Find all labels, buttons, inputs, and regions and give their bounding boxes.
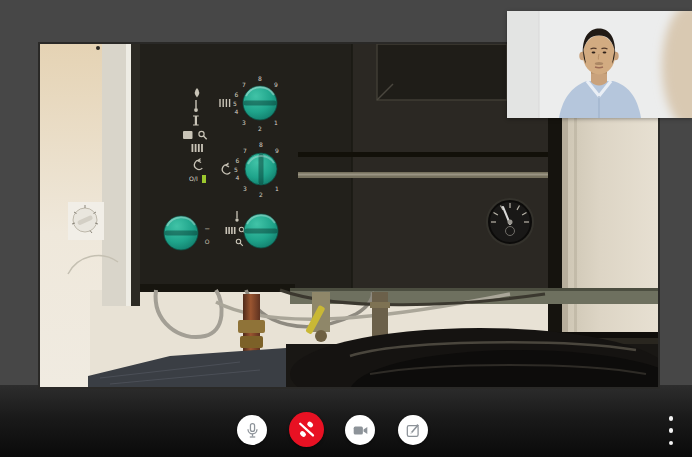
svg-text:4: 4 <box>236 174 240 181</box>
pressure-gauge <box>486 198 534 246</box>
phone-hangup-icon <box>296 419 317 440</box>
svg-text:8: 8 <box>258 75 262 82</box>
kebab-menu-icon <box>669 416 674 421</box>
microphone-icon <box>243 421 262 440</box>
svg-text:1: 1 <box>275 185 279 192</box>
svg-text:4: 4 <box>235 108 239 115</box>
svg-text:9: 9 <box>275 147 279 154</box>
power-label: O/I <box>189 175 198 182</box>
overflow-menu-button[interactable] <box>664 416 678 445</box>
camera-button[interactable] <box>345 415 375 445</box>
svg-text:8: 8 <box>259 141 263 148</box>
svg-text:5: 5 <box>234 166 238 173</box>
video-call-window: O/I 1 2 3 4 <box>0 0 692 457</box>
power-led <box>202 175 206 183</box>
recessed-inset <box>377 44 507 100</box>
edit-compose-icon <box>404 421 423 440</box>
boiler-control-panel <box>140 44 552 290</box>
wall-shade <box>507 11 539 118</box>
svg-text:I: I <box>204 228 211 230</box>
svg-text:2: 2 <box>259 191 263 198</box>
svg-text:6: 6 <box>236 157 240 164</box>
compose-button[interactable] <box>398 415 428 445</box>
self-video-frame <box>507 11 692 118</box>
svg-text:9: 9 <box>274 81 278 88</box>
svg-text:1: 1 <box>274 119 278 126</box>
svg-text:3: 3 <box>243 185 247 192</box>
self-video[interactable] <box>507 11 692 118</box>
kebab-menu-icon <box>669 428 674 433</box>
kebab-menu-icon <box>669 441 674 446</box>
video-camera-icon <box>351 421 370 440</box>
svg-text:5: 5 <box>233 100 237 107</box>
end-call-button[interactable] <box>289 412 324 447</box>
boiler-side-casing <box>96 44 140 306</box>
svg-text:7: 7 <box>242 81 246 88</box>
svg-text:2: 2 <box>258 125 262 132</box>
control-bar-background <box>0 385 692 457</box>
svg-text:7: 7 <box>243 147 247 154</box>
svg-text:O: O <box>205 238 210 245</box>
microphone-button[interactable] <box>237 415 267 445</box>
svg-text:6: 6 <box>235 91 239 98</box>
svg-text:3: 3 <box>242 119 246 126</box>
